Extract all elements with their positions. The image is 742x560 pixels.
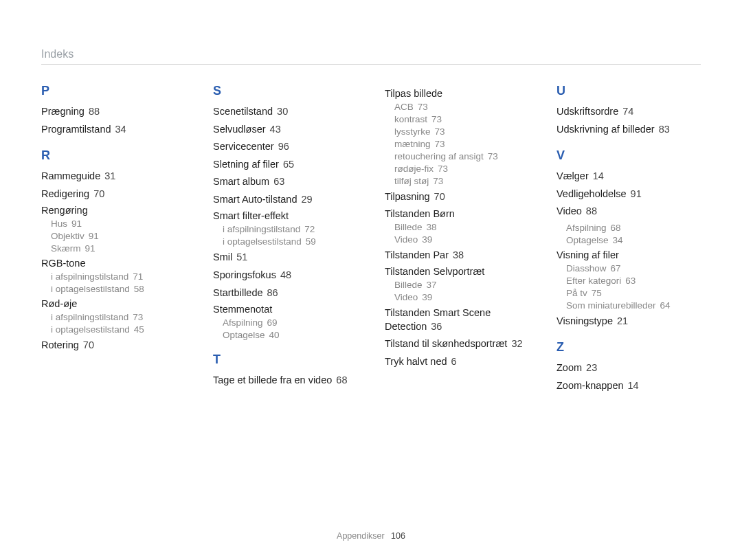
index-entry: Zoom-knappen14 xyxy=(556,379,701,393)
index-subhead: Tilstanden Selvportræt xyxy=(385,266,529,277)
index-entry: Programtilstand34 xyxy=(41,123,186,137)
index-subentry: i afspilningstilstand71 xyxy=(51,271,186,282)
index-columns: PPrægning88Programtilstand34RRammeguide3… xyxy=(41,84,701,397)
index-col-4: UUdskriftsordre74Udskrivning af billeder… xyxy=(556,84,701,397)
index-entry: Tilstand til skønhedsportræt32 xyxy=(385,337,529,351)
index-subhead: Tilstanden Børn xyxy=(385,208,529,219)
index-entry-label: Udskrivning af billeder xyxy=(556,124,655,135)
index-entry-page: 63 xyxy=(273,176,284,187)
index-subentry-label: i afspilningstilstand xyxy=(223,224,300,234)
index-entry-page: 86 xyxy=(267,287,278,298)
index-subentry: rødøje-fix73 xyxy=(394,164,529,174)
index-subentry-page: 69 xyxy=(267,317,278,328)
index-subentry-page: 71 xyxy=(133,271,143,282)
index-subentry: Billede37 xyxy=(394,280,529,290)
index-entry-page: 83 xyxy=(659,124,670,135)
index-entry-label: Zoom-knappen xyxy=(556,380,624,391)
index-subentry-page: 73 xyxy=(438,164,448,174)
index-subentry: Diasshow67 xyxy=(566,263,701,273)
index-entry-page: 29 xyxy=(302,194,313,205)
index-entry: Udskrivning af billeder83 xyxy=(556,123,701,137)
index-subentry: i optagelsestilstand59 xyxy=(223,236,357,247)
index-subentry: mætning73 xyxy=(394,139,529,149)
index-entry-page: 51 xyxy=(236,251,247,262)
index-letter: P xyxy=(41,84,186,98)
index-subentry-label: i optagelsestilstand xyxy=(223,236,302,247)
index-entry: Tilpasning70 xyxy=(385,190,529,204)
index-subentry-page: 91 xyxy=(89,231,99,241)
index-entry-label: Smart album xyxy=(213,176,269,187)
index-entry-label: Smart Auto-tilstand xyxy=(213,194,297,205)
index-subentry: Billede38 xyxy=(394,222,529,232)
index-subentry-label: Objektiv xyxy=(51,231,85,241)
index-entry-label: Sletning af filer xyxy=(213,159,279,170)
index-subentry: i afspilningstilstand72 xyxy=(223,224,357,234)
index-subentry-label: i optagelsestilstand xyxy=(51,284,130,294)
index-subentry-label: Afspilning xyxy=(223,317,263,328)
index-subentry-page: 38 xyxy=(427,222,437,232)
index-subentry-label: Afspilning xyxy=(566,223,607,233)
index-entry: Servicecenter96 xyxy=(213,140,357,154)
index-subentry-page: 72 xyxy=(304,224,315,234)
index-entry-label: Tilpasning xyxy=(385,191,430,202)
index-subentry: i optagelsestilstand45 xyxy=(51,324,186,335)
index-subentry-label: Skærm xyxy=(51,243,81,254)
index-subentry: lysstyrke73 xyxy=(394,126,529,137)
index-entry-label: Rotering xyxy=(41,339,79,350)
index-entry-label: Tilstanden Par xyxy=(385,249,449,260)
index-subentry-page: 91 xyxy=(85,243,95,254)
index-entry-page: 21 xyxy=(617,315,628,326)
index-subentry: i optagelsestilstand58 xyxy=(51,284,186,294)
index-entry-page: 91 xyxy=(631,188,642,199)
index-subentry-page: 37 xyxy=(427,280,437,290)
index-subentry-page: 75 xyxy=(592,288,602,298)
index-entry: Startbillede86 xyxy=(213,287,357,300)
index-subentry-label: Optagelse xyxy=(566,235,609,245)
index-subentry: Skærm91 xyxy=(51,243,186,254)
index-subentry: Afspilning68 xyxy=(566,223,701,233)
footer-label: Appendikser xyxy=(337,531,385,541)
index-entry: Vælger14 xyxy=(556,170,701,183)
index-entry: Video88 xyxy=(556,205,701,219)
index-entry-page: 70 xyxy=(83,339,94,350)
index-entry-label: Redigering xyxy=(41,188,89,199)
index-subentry-label: Billede xyxy=(394,222,423,232)
page-header: Indeks xyxy=(41,48,701,65)
index-subentry-label: mætning xyxy=(394,139,431,149)
index-entry: Smil51 xyxy=(213,251,357,265)
index-subentry-page: 73 xyxy=(431,114,442,124)
index-subhead: Visning af filer xyxy=(556,249,701,260)
index-subentry-label: Diasshow xyxy=(566,263,607,273)
index-entry: Redigering70 xyxy=(41,188,186,201)
index-entry-page: 88 xyxy=(89,106,100,117)
index-entry-page: 36 xyxy=(431,321,442,332)
index-entry-page: 23 xyxy=(586,362,597,373)
index-letter: U xyxy=(556,84,701,98)
index-subentry-label: i afspilningstilstand xyxy=(51,312,128,322)
index-subentry-page: 40 xyxy=(269,330,280,340)
index-subentry: Efter kategori63 xyxy=(566,276,701,286)
index-entry-page: 88 xyxy=(586,205,597,216)
index-subentry-label: ACB xyxy=(394,102,414,112)
index-subentry-label: retouchering af ansigt xyxy=(394,151,484,161)
index-subhead: RGB-tone xyxy=(41,258,186,269)
index-subhead: Rengøring xyxy=(41,205,186,216)
index-subentry: Som miniaturebilleder64 xyxy=(566,300,701,311)
index-entry-label: Startbillede xyxy=(213,287,263,298)
index-entry: Smart album63 xyxy=(213,175,357,189)
index-subentry: ACB73 xyxy=(394,102,529,112)
index-subentry: Objektiv91 xyxy=(51,231,186,241)
index-subentry: Optagelse40 xyxy=(223,330,357,340)
index-entry-label: Tilstand til skønhedsportræt xyxy=(385,338,507,349)
index-entry-label: Prægning xyxy=(41,106,85,117)
index-entry-label: Smil xyxy=(213,251,232,262)
index-subentry: Afspilning69 xyxy=(223,317,357,328)
index-entry-label: Visningstype xyxy=(556,315,613,326)
index-entry-page: 31 xyxy=(104,170,115,181)
index-entry-page: 38 xyxy=(453,249,464,260)
index-subhead: Rød-øje xyxy=(41,298,186,309)
index-subentry-label: rødøje-fix xyxy=(394,164,434,174)
index-subentry-label: Hus xyxy=(51,219,67,229)
index-entry: Visningstype21 xyxy=(556,315,701,328)
index-entry-page: 14 xyxy=(593,170,604,181)
